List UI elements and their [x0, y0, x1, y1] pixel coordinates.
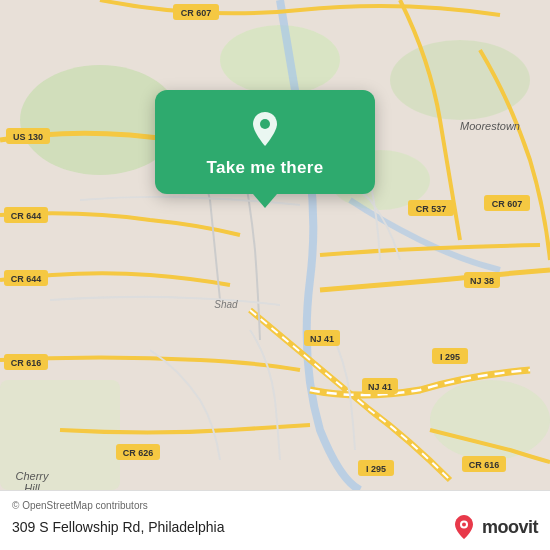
svg-text:CR 607: CR 607	[181, 8, 212, 18]
address-row: 309 S Fellowship Rd, Philadelphia moovit	[12, 513, 538, 541]
svg-text:Moorestown: Moorestown	[460, 120, 520, 132]
svg-text:CR 644: CR 644	[11, 274, 42, 284]
svg-point-39	[260, 119, 270, 129]
map-svg: CR 607 CR 537 CR 607 US 130 CR 644 CR 64…	[0, 0, 550, 490]
svg-point-6	[430, 380, 550, 460]
svg-text:NJ 41: NJ 41	[310, 334, 334, 344]
moovit-pin-icon	[450, 513, 478, 541]
map-container: CR 607 CR 537 CR 607 US 130 CR 644 CR 64…	[0, 0, 550, 490]
location-popup: Take me there	[155, 90, 375, 194]
svg-text:NJ 41: NJ 41	[368, 382, 392, 392]
svg-text:CR 644: CR 644	[11, 211, 42, 221]
map-pin-icon	[245, 108, 285, 148]
svg-text:CR 616: CR 616	[469, 460, 500, 470]
svg-text:CR 537: CR 537	[416, 204, 447, 214]
moovit-logo: moovit	[450, 513, 538, 541]
svg-point-2	[220, 25, 340, 95]
svg-text:Cherry: Cherry	[15, 470, 50, 482]
svg-text:NJ 38: NJ 38	[470, 276, 494, 286]
address-text: 309 S Fellowship Rd, Philadelphia	[12, 519, 224, 535]
take-me-there-button[interactable]: Take me there	[207, 158, 324, 178]
svg-text:CR 616: CR 616	[11, 358, 42, 368]
svg-text:CR 626: CR 626	[123, 448, 154, 458]
svg-text:I 295: I 295	[366, 464, 386, 474]
svg-text:Shad: Shad	[214, 299, 238, 310]
svg-point-41	[462, 523, 466, 527]
moovit-wordmark: moovit	[482, 517, 538, 538]
svg-text:Hill: Hill	[24, 482, 40, 490]
bottom-bar: © OpenStreetMap contributors 309 S Fello…	[0, 490, 550, 550]
copyright-text: © OpenStreetMap contributors	[12, 500, 538, 511]
svg-text:CR 607: CR 607	[492, 199, 523, 209]
svg-text:I 295: I 295	[440, 352, 460, 362]
svg-text:US 130: US 130	[13, 132, 43, 142]
